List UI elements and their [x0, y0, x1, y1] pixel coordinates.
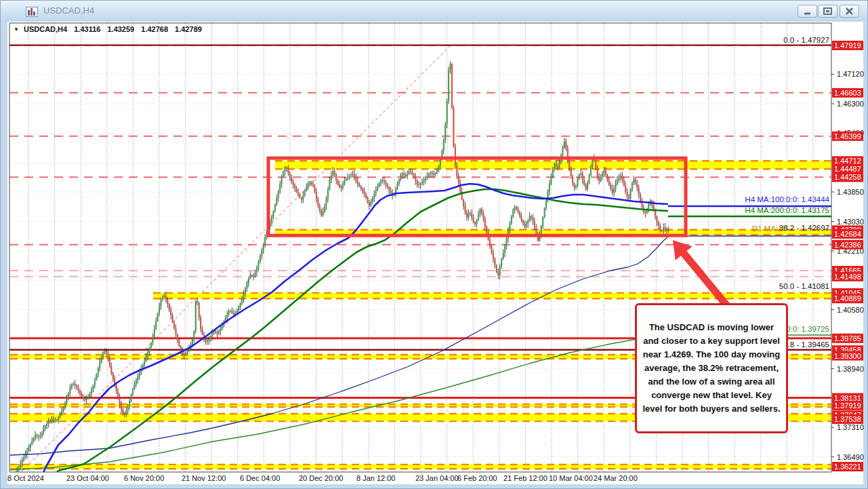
price-badge-text: 1.42684	[834, 230, 861, 238]
mt4-chart-window: 1.471201.463001.454801.438501.430301.422…	[0, 0, 868, 489]
x-axis-label: 6 Nov 20:00	[124, 474, 164, 482]
fib-label: 50.0 - 1.41081	[779, 282, 829, 290]
price-badge-text: 1.36221	[834, 463, 861, 471]
x-axis-label: 8 Oct 2024	[7, 474, 44, 482]
price-badge-text: 1.37919	[834, 402, 861, 410]
price-badge-text: 1.40889	[834, 294, 861, 302]
ma-label: D1 MA:10	[752, 224, 787, 233]
ohlc-close: 1.42789	[175, 25, 202, 33]
x-axis-label: 10 Mar 04:00	[549, 474, 593, 482]
ohlc-high: 1.43259	[107, 25, 134, 33]
y-axis-label: 1.43030	[837, 218, 864, 226]
chevron-down-icon[interactable]: ▼	[14, 26, 19, 33]
x-axis-labels: 8 Oct 202423 Oct 04:006 Nov 20:0021 Nov …	[7, 474, 638, 482]
y-axis-label: 1.40580	[837, 306, 864, 314]
annotation-box[interactable]: The USDCAD is moving lower and closer to…	[635, 303, 788, 433]
ma-label: H4 MA:200:0:0: 1.43175	[745, 206, 829, 214]
x-axis-label: 8 Jan 12:00	[356, 474, 396, 482]
x-axis-label: 21 Nov 12:00	[182, 474, 226, 482]
fib-label: 0.0 - 1.47927	[783, 36, 829, 44]
y-axis-label: 1.38940	[837, 365, 864, 373]
y-axis-label: 1.47120	[837, 70, 864, 78]
x-axis-label: 24 Mar 20:00	[594, 474, 638, 482]
ohlc-open: 1.43116	[74, 25, 100, 33]
annotation-text: The USDCAD is moving lower and closer to…	[637, 319, 786, 417]
price-badge-text: 1.44712	[834, 157, 861, 165]
price-badge-text: 1.38131	[834, 394, 861, 402]
x-axis-label: 23 Jan 04:00	[415, 474, 459, 482]
ohlc-readout: ▼ USDCAD,H4 1.43116 1.43259 1.42768 1.42…	[14, 25, 207, 33]
price-badge-text: 1.41498	[834, 273, 861, 281]
price-badge-text: 1.37538	[834, 415, 861, 423]
y-axis-label: 1.37310	[837, 423, 864, 431]
y-axis-label: 1.36490	[837, 453, 864, 461]
x-axis-label: 23 Oct 04:00	[66, 474, 109, 482]
y-axis-label: 1.46300	[837, 100, 864, 108]
x-axis-label: 20 Dec 20:00	[299, 474, 343, 482]
x-axis-label: 6 Feb 20:00	[457, 474, 497, 482]
ohlc-symbol: USDCAD,H4	[24, 25, 67, 33]
price-badge-text: 1.39300	[834, 352, 861, 360]
y-axis-label: 1.43850	[837, 188, 864, 196]
price-badge-text: 1.46603	[834, 89, 861, 97]
price-badge-text: 1.44258	[834, 173, 861, 181]
price-badge-text: 1.45399	[834, 132, 861, 140]
price-badge-text: 1.39785	[834, 334, 861, 343]
ma-label: H4 MA:100:0:0: 1.43444	[745, 195, 829, 203]
price-badge-text: 1.44487	[834, 165, 861, 173]
ohlc-low: 1.42768	[141, 25, 168, 33]
price-badge-text: 1.42386	[834, 241, 861, 249]
x-axis-label: 6 Dec 04:00	[240, 474, 280, 482]
price-badge-text: 1.47919	[834, 41, 861, 50]
x-axis-label: 21 Feb 12:00	[503, 474, 547, 482]
